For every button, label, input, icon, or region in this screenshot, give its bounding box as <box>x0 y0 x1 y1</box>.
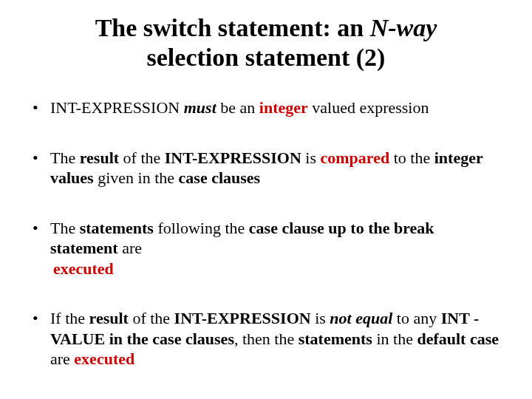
b4-text-6: in the <box>372 330 417 348</box>
b3-text-3: are <box>118 239 142 257</box>
b4-notequal: not equal <box>330 309 392 327</box>
bullet-2: The result of the INT-EXPRESSION is comp… <box>30 148 502 188</box>
b2-text-4: to the <box>389 149 434 167</box>
b4-statements: statements <box>299 330 372 348</box>
b1-text-2: be an <box>216 98 259 117</box>
slide-title: The switch statement: an N-way selection… <box>30 13 502 72</box>
b2-text-5: given in the <box>94 168 179 187</box>
b3-text-2: following the <box>154 219 249 237</box>
bullet-4: If the result of the INT-EXPRESSION is n… <box>30 308 502 369</box>
b1-text-3: valued expression <box>308 98 429 117</box>
title-part-3: selection statement (2) <box>147 44 386 71</box>
b3-statements: statements <box>80 219 154 237</box>
b4-executed: executed <box>74 349 134 368</box>
b4-text-7: are <box>50 349 74 368</box>
b2-case: case clauses <box>179 168 261 187</box>
b4-text-1: If the <box>50 309 89 327</box>
bullet-list: INT-EXPRESSION must be an integer valued… <box>30 98 502 369</box>
bullet-1: INT-EXPRESSION must be an integer valued… <box>30 98 502 118</box>
slide: The switch statement: an N-way selection… <box>0 0 532 399</box>
bullet-3: The statements following the case clause… <box>30 218 502 279</box>
b2-text-3: is <box>301 149 321 167</box>
b2-text-2: of the <box>119 149 165 167</box>
b4-text-4: to any <box>392 309 440 327</box>
title-italic: N-way <box>370 14 437 41</box>
b3-text-1: The <box>50 219 80 237</box>
b4-result: result <box>89 309 129 327</box>
b4-defaultcase: default case <box>417 330 499 348</box>
title-part-1: The switch statement: an <box>95 14 370 41</box>
b2-result: result <box>80 149 119 167</box>
b2-compared: compared <box>321 149 390 167</box>
b1-must: must <box>184 98 216 117</box>
b3-executed: executed <box>50 259 502 279</box>
b4-text-3: is <box>311 309 330 327</box>
b1-integer: integer <box>259 98 308 117</box>
b1-text-1: INT-EXPRESSION <box>50 98 184 117</box>
b4-text-2: of the <box>129 309 174 327</box>
b2-text-1: The <box>50 149 80 167</box>
b2-intexpr: INT-EXPRESSION <box>165 149 301 167</box>
b4-intexpr: INT-EXPRESSION <box>174 309 311 327</box>
b4-text-5: , then the <box>234 330 299 348</box>
